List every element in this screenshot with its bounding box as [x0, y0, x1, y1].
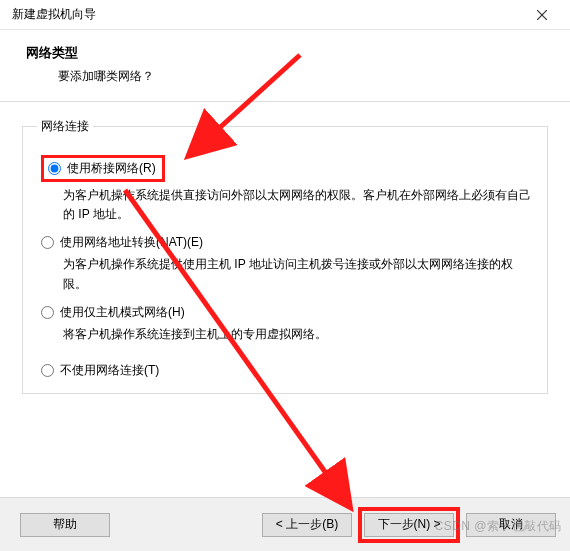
- network-connection-group: 网络连接 使用桥接网络(R) 为客户机操作系统提供直接访问外部以太网网络的权限。…: [22, 118, 548, 394]
- radio-nat[interactable]: [41, 236, 54, 249]
- wizard-footer: 帮助 < 上一步(B) 下一步(N) > 取消: [0, 497, 570, 551]
- titlebar: 新建虚拟机向导: [0, 0, 570, 30]
- desc-bridged: 为客户机操作系统提供直接访问外部以太网网络的权限。客户机在外部网络上必须有自己的…: [63, 186, 533, 224]
- wizard-content: 网络连接 使用桥接网络(R) 为客户机操作系统提供直接访问外部以太网网络的权限。…: [0, 102, 570, 404]
- group-legend: 网络连接: [37, 118, 93, 135]
- close-icon: [537, 10, 547, 20]
- option-bridged: 使用桥接网络(R) 为客户机操作系统提供直接访问外部以太网网络的权限。客户机在外…: [41, 155, 533, 224]
- option-none: 不使用网络连接(T): [41, 362, 533, 379]
- cancel-button[interactable]: 取消: [466, 513, 556, 537]
- header-subtitle: 要添加哪类网络？: [58, 68, 544, 85]
- option-nat: 使用网络地址转换(NAT)(E) 为客户机操作系统提供使用主机 IP 地址访问主…: [41, 234, 533, 293]
- desc-nat: 为客户机操作系统提供使用主机 IP 地址访问主机拨号连接或外部以太网网络连接的权…: [63, 255, 533, 293]
- radio-hostonly-label[interactable]: 使用仅主机模式网络(H): [60, 304, 185, 321]
- radio-nat-label[interactable]: 使用网络地址转换(NAT)(E): [60, 234, 203, 251]
- highlight-next: 下一步(N) >: [358, 507, 460, 543]
- close-button[interactable]: [522, 1, 562, 29]
- help-button[interactable]: 帮助: [20, 513, 110, 537]
- desc-hostonly: 将客户机操作系统连接到主机上的专用虚拟网络。: [63, 325, 533, 344]
- header-title: 网络类型: [26, 44, 544, 62]
- wizard-header: 网络类型 要添加哪类网络？: [0, 30, 570, 102]
- radio-bridged[interactable]: [48, 162, 61, 175]
- option-hostonly: 使用仅主机模式网络(H) 将客户机操作系统连接到主机上的专用虚拟网络。: [41, 304, 533, 344]
- radio-bridged-label[interactable]: 使用桥接网络(R): [67, 160, 156, 177]
- next-button[interactable]: 下一步(N) >: [364, 513, 454, 537]
- back-button[interactable]: < 上一步(B): [262, 513, 352, 537]
- radio-none-label[interactable]: 不使用网络连接(T): [60, 362, 159, 379]
- highlight-bridged: 使用桥接网络(R): [41, 155, 165, 182]
- radio-none[interactable]: [41, 364, 54, 377]
- radio-hostonly[interactable]: [41, 306, 54, 319]
- window-title: 新建虚拟机向导: [12, 6, 96, 23]
